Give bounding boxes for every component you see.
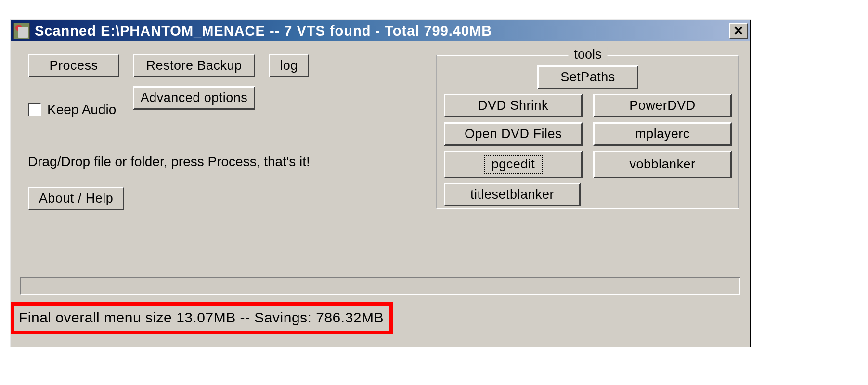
keep-audio-label: Keep Audio: [47, 102, 116, 117]
process-button[interactable]: Process: [28, 54, 119, 77]
app-window: Scanned E:\PHANTOM_MENACE -- 7 VTS found…: [10, 19, 751, 347]
window-title: Scanned E:\PHANTOM_MENACE -- 7 VTS found…: [35, 23, 729, 39]
close-button[interactable]: ✕: [729, 23, 748, 39]
log-button[interactable]: log: [269, 54, 309, 77]
titlesetblanker-button[interactable]: titlesetblanker: [444, 183, 581, 206]
dvd-shrink-button[interactable]: DVD Shrink: [444, 94, 583, 117]
hint-text: Drag/Drop file or folder, press Process,…: [28, 154, 310, 169]
status-text: Final overall menu size 13.07MB -- Savin…: [19, 309, 384, 325]
titlebar[interactable]: Scanned E:\PHANTOM_MENACE -- 7 VTS found…: [11, 20, 750, 41]
pgcedit-button[interactable]: pgcedit: [444, 151, 583, 178]
client-area: Process Restore Backup Advanced options …: [11, 41, 750, 346]
keep-audio-checkbox[interactable]: [28, 103, 41, 116]
powerdvd-button[interactable]: PowerDVD: [593, 94, 732, 117]
setpaths-button[interactable]: SetPaths: [537, 65, 638, 89]
close-icon: ✕: [733, 24, 744, 38]
about-help-button[interactable]: About / Help: [28, 187, 124, 210]
open-dvd-files-button[interactable]: Open DVD Files: [444, 122, 583, 146]
left-column: Process Restore Backup Advanced options …: [28, 54, 331, 110]
status-text-highlighted: Final overall menu size 13.07MB -- Savin…: [11, 302, 393, 334]
app-icon: [13, 23, 30, 39]
progress-well: [20, 277, 740, 295]
tools-group-label: tools: [568, 47, 607, 62]
tools-group: tools SetPaths DVD Shrink PowerDVD Open …: [436, 55, 739, 209]
vobblanker-button[interactable]: vobblanker: [593, 151, 732, 178]
mplayerc-button[interactable]: mplayerc: [593, 122, 732, 146]
restore-backup-button[interactable]: Restore Backup: [133, 54, 255, 77]
advanced-options-button[interactable]: Advanced options: [133, 86, 255, 110]
